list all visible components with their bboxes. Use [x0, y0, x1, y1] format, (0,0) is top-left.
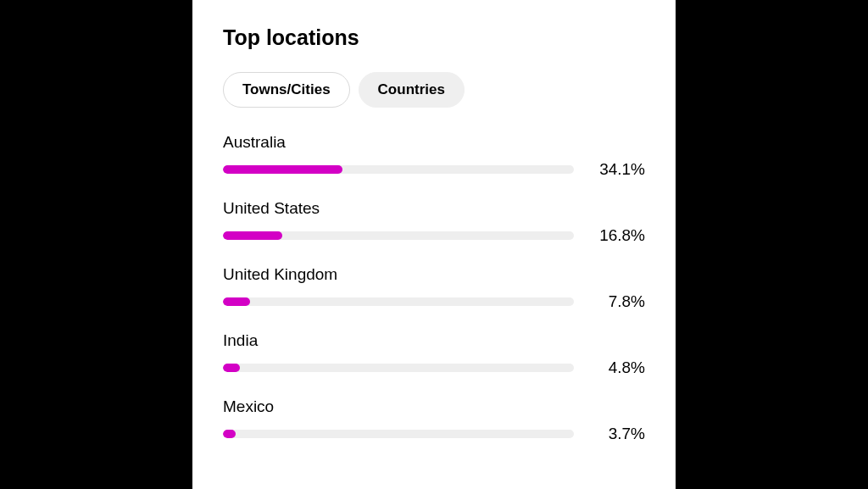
bar-label: Australia [223, 133, 645, 152]
bar-row: United States 16.8% [223, 199, 645, 245]
bar-track [223, 364, 574, 372]
tab-towns-cities[interactable]: Towns/Cities [223, 72, 350, 108]
bar-label: United Kingdom [223, 265, 645, 284]
bar-fill [223, 430, 236, 438]
bar-fill [223, 231, 282, 240]
bar-list: Australia 34.1% United States 16.8% Unit… [223, 133, 645, 443]
bar-label: United States [223, 199, 645, 218]
bar-track [223, 430, 574, 438]
page-title: Top locations [223, 25, 645, 50]
bar-row: Mexico 3.7% [223, 397, 645, 443]
bar-label: India [223, 331, 645, 350]
bar-percent: 7.8% [591, 292, 645, 311]
bar-line: 3.7% [223, 425, 645, 443]
bar-row: Australia 34.1% [223, 133, 645, 179]
bar-line: 7.8% [223, 292, 645, 311]
bar-label: Mexico [223, 397, 645, 416]
bar-row: India 4.8% [223, 331, 645, 377]
bar-fill [223, 364, 240, 372]
top-locations-panel: Top locations Towns/Cities Countries Aus… [192, 0, 676, 489]
tabs: Towns/Cities Countries [223, 72, 645, 108]
bar-row: United Kingdom 7.8% [223, 265, 645, 311]
bar-track [223, 297, 574, 306]
bar-fill [223, 297, 250, 306]
bar-track [223, 231, 574, 240]
bar-fill [223, 165, 342, 174]
tab-countries[interactable]: Countries [359, 72, 465, 108]
bar-percent: 4.8% [591, 358, 645, 377]
bar-track [223, 165, 574, 174]
bar-percent: 3.7% [591, 425, 645, 443]
bar-line: 4.8% [223, 358, 645, 377]
bar-percent: 16.8% [591, 226, 645, 245]
bar-line: 34.1% [223, 160, 645, 179]
bar-percent: 34.1% [591, 160, 645, 179]
bar-line: 16.8% [223, 226, 645, 245]
